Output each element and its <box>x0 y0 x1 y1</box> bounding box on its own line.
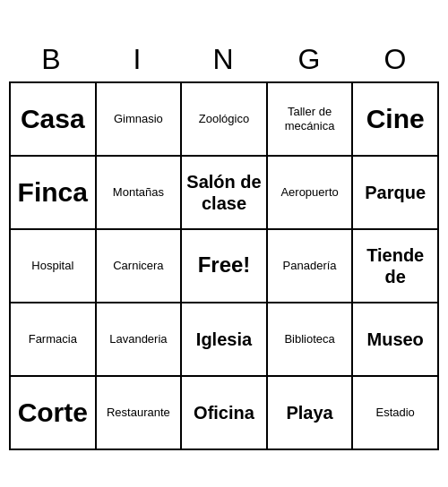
bingo-header: BINGO <box>9 38 439 81</box>
bingo-cell: Finca <box>11 157 97 230</box>
bingo-card: BINGO CasaGimnasioZoológicoTaller de mec… <box>9 38 439 450</box>
cell-text: Biblioteca <box>284 332 334 346</box>
cell-text: Lavanderia <box>109 332 167 346</box>
bingo-cell: Carnicera <box>97 230 183 303</box>
bingo-cell: Free! <box>182 230 268 303</box>
header-letter: I <box>95 38 181 81</box>
bingo-cell: Taller de mecánica <box>268 83 354 157</box>
cell-text: Parque <box>365 182 426 203</box>
bingo-cell: Cine <box>353 83 439 157</box>
bingo-row: CasaGimnasioZoológicoTaller de mecánicaC… <box>11 83 439 157</box>
cell-text: Estadio <box>375 406 414 420</box>
cell-text: Museo <box>367 329 424 350</box>
bingo-cell: Corte <box>11 377 97 450</box>
cell-text: Corte <box>18 397 88 429</box>
header-letter: B <box>9 38 95 81</box>
bingo-cell: Gimnasio <box>97 83 183 157</box>
bingo-cell: Estadio <box>353 377 439 450</box>
bingo-cell: Restaurante <box>97 377 183 450</box>
cell-text: Iglesia <box>196 329 252 350</box>
cell-text: Zoológico <box>199 112 249 126</box>
bingo-cell: Farmacia <box>11 303 97 377</box>
bingo-cell: Zoológico <box>182 83 268 157</box>
cell-text: Panadería <box>283 259 337 273</box>
bingo-row: CorteRestauranteOficinaPlayaEstadio <box>11 377 439 450</box>
bingo-cell: Museo <box>353 303 439 377</box>
cell-text: Carnicera <box>113 259 163 273</box>
cell-text: Taller de mecánica <box>271 105 349 132</box>
cell-text: Gimnasio <box>114 112 163 126</box>
bingo-cell: Montañas <box>97 157 183 230</box>
cell-text: Hospital <box>31 259 73 273</box>
bingo-cell: Biblioteca <box>268 303 354 377</box>
bingo-row: FincaMontañasSalón de claseAeropuertoPar… <box>11 157 439 230</box>
cell-text: Tiende de <box>356 244 435 287</box>
bingo-grid: CasaGimnasioZoológicoTaller de mecánicaC… <box>9 81 439 450</box>
cell-text: Farmacia <box>29 332 77 346</box>
cell-text: Aeropuerto <box>280 185 338 200</box>
cell-text: Casa <box>21 103 85 135</box>
bingo-row: HospitalCarniceraFree!PanaderíaTiende de <box>11 230 439 303</box>
cell-text: Oficina <box>194 402 254 423</box>
cell-text: Montañas <box>113 185 164 200</box>
bingo-cell: Parque <box>353 157 439 230</box>
bingo-cell: Salón de clase <box>182 157 268 230</box>
header-letter: N <box>181 38 267 81</box>
cell-text: Free! <box>198 252 251 278</box>
bingo-cell: Oficina <box>182 377 268 450</box>
bingo-cell: Casa <box>11 83 97 157</box>
header-letter: O <box>353 38 439 81</box>
bingo-cell: Lavanderia <box>97 303 183 377</box>
bingo-cell: Aeropuerto <box>268 157 354 230</box>
cell-text: Finca <box>18 176 88 209</box>
bingo-cell: Hospital <box>11 230 97 303</box>
cell-text: Salón de clase <box>185 171 263 214</box>
bingo-cell: Iglesia <box>182 303 268 377</box>
bingo-cell: Playa <box>268 377 354 450</box>
cell-text: Restaurante <box>107 406 170 420</box>
cell-text: Cine <box>366 103 425 135</box>
bingo-cell: Tiende de <box>353 230 439 303</box>
bingo-row: FarmaciaLavanderiaIglesiaBibliotecaMuseo <box>11 303 439 377</box>
cell-text: Playa <box>286 402 332 423</box>
header-letter: G <box>267 38 353 81</box>
bingo-cell: Panadería <box>268 230 354 303</box>
